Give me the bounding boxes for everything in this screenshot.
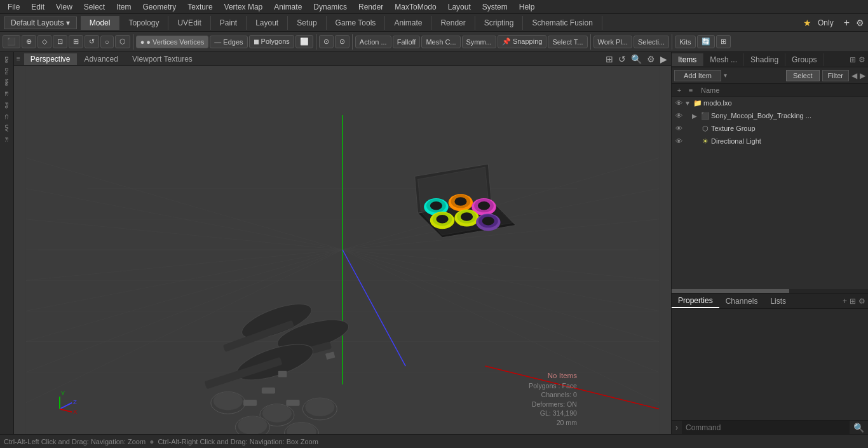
layout-tab-render[interactable]: Render <box>431 16 475 30</box>
layout-tab-game-tools[interactable]: Game Tools <box>327 16 386 30</box>
toolbar-transform-btn[interactable]: ⊡ <box>53 35 67 48</box>
tree-row-modo-lxo[interactable]: 👁 ▼ 📁 modo.lxo <box>672 97 868 109</box>
sidebar-mesh-btn[interactable]: Me <box>1 78 13 88</box>
layout-tab-scripting[interactable]: Scripting <box>475 16 524 30</box>
viewport-canvas[interactable]: Z Y X <box>14 66 671 434</box>
viewport-tab-textures[interactable]: Viewport Textures <box>126 53 199 65</box>
menu-render[interactable]: Render <box>353 1 388 13</box>
select-t-btn[interactable]: Select T... <box>548 36 587 48</box>
vp-reset-icon[interactable]: ↺ <box>617 54 627 64</box>
tree-expand-sony-mocopi[interactable]: ▶ <box>692 112 700 119</box>
props-tab-lists[interactable]: Lists <box>764 295 792 308</box>
layout-tab-paint[interactable]: Paint <box>211 16 247 30</box>
menu-maxtomodo[interactable]: MaxToModo <box>390 1 441 13</box>
viewport-tab-advanced[interactable]: Advanced <box>78 53 125 65</box>
props-expand-icon[interactable]: ⊞ <box>850 297 856 306</box>
toolbar-select-btn[interactable]: ◇ <box>37 35 51 48</box>
toolbar-grid-btn[interactable]: ⊞ <box>69 35 83 48</box>
sidebar-e-btn[interactable]: E: <box>1 89 13 99</box>
items-header-icon-2[interactable]: ≡ <box>686 85 696 95</box>
panel-tab-groups[interactable]: Groups <box>785 53 824 66</box>
vertices-btn[interactable]: ● ● VerticesVertices <box>136 36 209 48</box>
command-input[interactable] <box>682 421 850 434</box>
menu-texture[interactable]: Texture <box>182 1 217 13</box>
menu-layout[interactable]: Layout <box>443 1 476 13</box>
sidebar-c-btn[interactable]: C: <box>1 112 13 122</box>
action-btn[interactable]: Action ... <box>355 36 391 48</box>
items-header-icon-1[interactable]: + <box>674 85 684 95</box>
star-button[interactable]: ★ <box>803 18 811 28</box>
add-item-button[interactable]: Add Item <box>674 70 721 81</box>
symm-btn[interactable]: Symm... <box>462 36 496 48</box>
work-pl-btn[interactable]: Work Pl... <box>593 36 632 48</box>
toolbar-reset-btn[interactable]: ↺ <box>85 35 99 48</box>
kits-btn[interactable]: Kits <box>675 36 695 48</box>
items-select-button[interactable]: Select <box>786 70 820 81</box>
dot-btn[interactable]: ⊙ <box>335 35 349 48</box>
sidebar-f-btn[interactable]: F: <box>1 135 13 145</box>
default-layouts-dropdown[interactable]: Default Layouts ▾ <box>4 17 77 29</box>
viewport-tab-perspective[interactable]: Perspective <box>24 53 77 65</box>
vp-play-icon[interactable]: ▶ <box>659 54 668 64</box>
menu-view[interactable]: View <box>51 1 78 13</box>
props-tab-channels[interactable]: Channels <box>719 295 764 308</box>
toolbar-circle-btn[interactable]: ○ <box>100 36 114 48</box>
viewport[interactable]: ≡ Perspective Advanced Viewport Textures… <box>14 52 671 434</box>
layout-tab-animate[interactable]: Animate <box>385 16 431 30</box>
command-arrow-icon[interactable]: › <box>672 423 682 432</box>
layout-tab-layout[interactable]: Layout <box>247 16 288 30</box>
snapping-btn[interactable]: 📌 Snapping <box>498 35 547 48</box>
layout-settings-button[interactable]: ⚙ <box>856 18 864 28</box>
refresh-btn[interactable]: 🔄 <box>697 35 715 48</box>
tree-vis-texture-group[interactable]: 👁 <box>674 124 683 133</box>
layout-tab-setup[interactable]: Setup <box>288 16 326 30</box>
menu-select[interactable]: Select <box>79 1 110 13</box>
tree-row-directional-light[interactable]: 👁 ☀ Directional Light <box>672 135 868 147</box>
sidebar-uv-btn[interactable]: UV <box>1 123 13 133</box>
items-next-btn[interactable]: ▶ <box>860 71 865 80</box>
tree-row-texture-group[interactable]: 👁 ⬡ Texture Group <box>672 122 868 135</box>
tree-vis-modo-lxo[interactable]: 👁 <box>674 98 683 107</box>
polygons-btn[interactable]: ◼ Polygons <box>249 35 294 48</box>
mesh-c-btn[interactable]: Mesh C... <box>421 36 460 48</box>
menu-vertex-map[interactable]: Vertex Map <box>219 1 268 13</box>
props-tab-properties[interactable]: Properties <box>672 294 719 308</box>
selecti-btn[interactable]: Selecti... <box>634 36 669 48</box>
mode-btn[interactable]: ⬜ <box>295 35 313 48</box>
sidebar-de-btn[interactable]: De <box>1 55 13 65</box>
menu-edit[interactable]: Edit <box>26 1 50 13</box>
toolbar-layout-btn[interactable]: ⬛ <box>3 35 20 48</box>
panel-tab-mesh[interactable]: Mesh ... <box>703 53 744 66</box>
panel-tab-shading[interactable]: Shading <box>744 53 785 66</box>
props-plus-icon[interactable]: + <box>843 297 847 306</box>
target-btn[interactable]: ⊙ <box>319 35 334 48</box>
vp-settings-icon[interactable]: ⚙ <box>646 54 656 64</box>
layout-tab-schematic[interactable]: Schematic Fusion <box>523 16 602 30</box>
layout-tab-model[interactable]: Model <box>81 16 120 30</box>
tree-expand-modo-lxo[interactable]: ▼ <box>684 100 692 107</box>
add-item-arrow[interactable]: ▾ <box>724 72 727 79</box>
layout-tab-uvedit[interactable]: UVEdit <box>168 16 210 30</box>
tree-row-sony-mocopi[interactable]: 👁 ▶ ⬛ Sony_Mocopi_Body_Tracking ... <box>672 109 868 122</box>
menu-help[interactable]: Help <box>514 1 540 13</box>
menu-item[interactable]: Item <box>111 1 136 13</box>
tree-vis-directional-light[interactable]: 👁 <box>674 137 683 146</box>
menu-system[interactable]: System <box>477 1 513 13</box>
command-search-button[interactable]: 🔍 <box>850 423 868 433</box>
panel-expand-icon[interactable]: ⊞ <box>850 55 856 64</box>
vp-maximize-icon[interactable]: ⊞ <box>604 54 614 64</box>
menu-geometry[interactable]: Geometry <box>138 1 182 13</box>
add-layout-button[interactable]: + <box>840 17 853 29</box>
menu-file[interactable]: File <box>3 1 25 13</box>
items-filter-button[interactable]: Filter <box>822 70 849 81</box>
menu-animate[interactable]: Animate <box>269 1 307 13</box>
viewport-menu-btn[interactable]: ≡ <box>17 55 20 62</box>
tree-vis-sony-mocopi[interactable]: 👁 <box>674 111 683 120</box>
vp-zoom-icon[interactable]: 🔍 <box>630 54 643 64</box>
props-settings-icon[interactable]: ⚙ <box>858 297 865 306</box>
toolbar-world-btn[interactable]: ⊕ <box>22 35 36 48</box>
layout-tab-topology[interactable]: Topology <box>119 16 168 30</box>
sidebar-dup-btn[interactable]: Du <box>1 66 13 76</box>
edges-btn[interactable]: — Edges <box>210 36 247 48</box>
panel-settings-icon[interactable]: ⚙ <box>858 55 865 64</box>
